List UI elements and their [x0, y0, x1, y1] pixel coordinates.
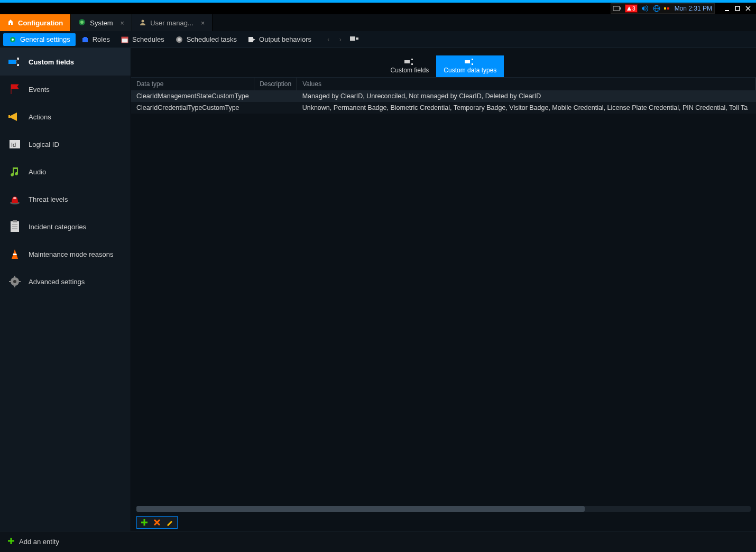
- nav-forward-button[interactable]: ›: [336, 33, 344, 45]
- cell-values: Managed by ClearID, Unreconciled, Not ma…: [297, 90, 756, 102]
- notification-badge[interactable]: 3: [625, 4, 638, 13]
- custom-fields-small-icon: [404, 59, 415, 65]
- maximize-button[interactable]: [733, 4, 742, 13]
- col-header-values[interactable]: Values: [297, 78, 756, 90]
- battery-icon[interactable]: [613, 4, 622, 13]
- close-button[interactable]: [743, 4, 753, 13]
- svg-rect-22: [356, 38, 358, 40]
- tab-user-close-icon[interactable]: ×: [201, 19, 205, 27]
- tray-icon-group: 3 Mon 2:31 PM: [611, 3, 715, 14]
- col-header-data-type[interactable]: Data type: [131, 78, 254, 90]
- svg-rect-6: [735, 6, 740, 11]
- notification-count: 3: [632, 6, 635, 12]
- cell-description: [254, 102, 297, 114]
- custom-data-types-small-icon: [465, 59, 475, 65]
- svg-point-10: [80, 21, 84, 24]
- minimize-button[interactable]: [722, 4, 732, 13]
- tab-configuration[interactable]: Configuration: [0, 14, 71, 31]
- scrollbar-thumb[interactable]: [136, 506, 585, 512]
- sidebar-item-audio[interactable]: Audio: [0, 158, 131, 185]
- flag-icon: [8, 83, 21, 96]
- cell-description: [254, 90, 297, 102]
- tab-system[interactable]: System ×: [71, 14, 132, 31]
- col-header-description[interactable]: Description: [254, 78, 297, 90]
- output-icon: [247, 35, 256, 44]
- svg-rect-28: [8, 115, 10, 118]
- subtab-bar: Custom fields Custom data types: [131, 48, 756, 78]
- toolbar-extra-icon[interactable]: [350, 35, 358, 43]
- add-button[interactable]: [140, 518, 149, 527]
- scheduled-tasks-icon: [175, 35, 183, 44]
- svg-point-32: [13, 197, 16, 199]
- clock-label[interactable]: Mon 2:31 PM: [675, 5, 712, 12]
- svg-rect-49: [472, 63, 473, 65]
- cell-data-type: ClearIdCredentialTypeCustomType: [131, 102, 254, 114]
- toolbar-output-behaviors-label: Output behaviors: [259, 35, 311, 43]
- id-icon: Id: [8, 138, 21, 151]
- svg-rect-34: [13, 220, 17, 222]
- svg-text:Id: Id: [11, 142, 16, 148]
- megaphone-icon: [8, 110, 21, 123]
- delete-button[interactable]: [153, 518, 161, 527]
- svg-rect-23: [8, 60, 16, 64]
- calendar-icon: [121, 35, 129, 44]
- svg-rect-20: [248, 37, 253, 42]
- sidebar-item-advanced-settings[interactable]: Advanced settings: [0, 268, 131, 295]
- sidebar-item-custom-fields[interactable]: Custom fields: [0, 48, 131, 76]
- svg-rect-1: [620, 7, 621, 10]
- add-entity-button[interactable]: Add an entity: [7, 537, 59, 546]
- toolbar-general-settings-label: General settings: [20, 35, 70, 43]
- svg-rect-14: [82, 38, 88, 42]
- edit-button[interactable]: [165, 518, 174, 527]
- sidebar-item-label: Audio: [29, 168, 46, 176]
- roles-icon: [81, 35, 89, 44]
- custom-fields-icon: [8, 55, 21, 68]
- toolbar-schedules[interactable]: Schedules: [115, 33, 170, 46]
- gear-icon: [8, 35, 17, 44]
- subtab-custom-data-types[interactable]: Custom data types: [436, 55, 504, 77]
- svg-point-13: [12, 39, 14, 41]
- globe-icon[interactable]: [652, 4, 661, 13]
- table-row[interactable]: ClearIdManagementStateCustomType Managed…: [131, 90, 756, 102]
- sidebar-item-actions[interactable]: Actions: [0, 103, 131, 130]
- cell-values: Unknown, Permanent Badge, Biometric Cred…: [297, 102, 756, 114]
- system-icon: [78, 18, 86, 27]
- sidebar-item-incident-categories[interactable]: Incident categories: [0, 213, 131, 240]
- clipboard-icon: [8, 220, 21, 233]
- table-header-row: Data type Description Values: [131, 78, 756, 90]
- tab-user-management-label: User manag...: [150, 19, 193, 27]
- row-action-bar: [136, 516, 178, 529]
- svg-rect-42: [9, 281, 11, 282]
- subtab-custom-fields[interactable]: Custom fields: [383, 55, 437, 77]
- toolbar-output-behaviors[interactable]: Output behaviors: [242, 33, 317, 46]
- svg-rect-47: [465, 60, 470, 63]
- volume-icon[interactable]: [641, 4, 649, 13]
- main-body: Custom fields Events Actions Id Logical …: [0, 48, 756, 531]
- tab-system-close-icon[interactable]: ×: [121, 19, 125, 27]
- horizontal-scrollbar[interactable]: [136, 506, 751, 512]
- nav-back-button[interactable]: ‹: [324, 33, 333, 45]
- plus-icon: [7, 537, 15, 546]
- toolbar-nav-arrows: ‹ ›: [324, 33, 345, 45]
- svg-rect-43: [19, 281, 21, 282]
- svg-point-39: [13, 280, 16, 283]
- sidebar-item-label: Advanced settings: [29, 278, 85, 286]
- svg-rect-0: [613, 6, 620, 11]
- sidebar-item-maintenance-mode-reasons[interactable]: Maintenance mode reasons: [0, 240, 131, 268]
- user-icon: [140, 19, 146, 27]
- sidebar-item-events[interactable]: Events: [0, 76, 131, 103]
- table-row[interactable]: ClearIdCredentialTypeCustomType Unknown,…: [131, 102, 756, 114]
- music-note-icon: [8, 165, 21, 178]
- window-controls: [722, 4, 753, 13]
- cell-data-type: ClearIdManagementStateCustomType: [131, 90, 254, 102]
- toolbar-roles[interactable]: Roles: [76, 33, 115, 46]
- add-entity-label: Add an entity: [19, 538, 59, 546]
- toolbar-scheduled-tasks[interactable]: Scheduled tasks: [170, 33, 242, 46]
- svg-rect-15: [84, 37, 87, 39]
- sidebar-item-threat-levels[interactable]: Threat levels: [0, 185, 131, 213]
- sidebar-item-logical-id[interactable]: Id Logical ID: [0, 130, 131, 158]
- toolbar-general-settings[interactable]: General settings: [3, 33, 76, 46]
- home-icon: [7, 19, 14, 27]
- tab-user-management[interactable]: User manag... ×: [132, 14, 213, 31]
- content-area: Custom fields Custom data types Data typ…: [131, 48, 756, 531]
